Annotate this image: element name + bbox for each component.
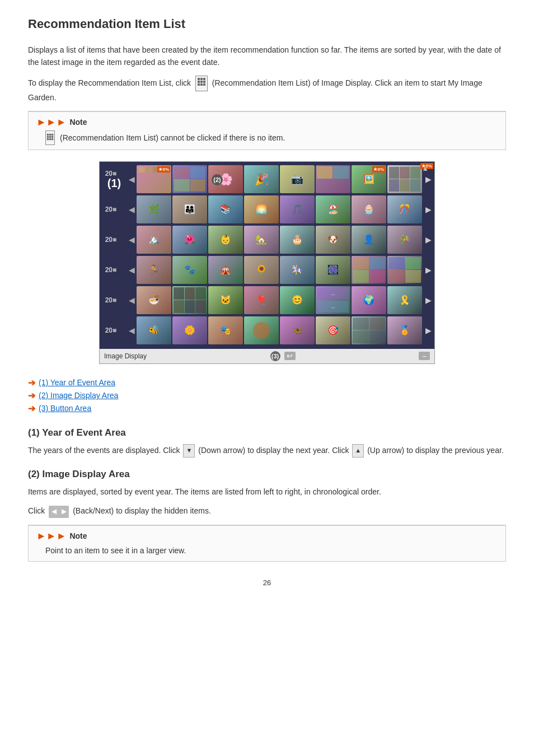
thumb-6-2[interactable]: 🌼 <box>172 316 207 344</box>
thumb-1-3[interactable]: 🌸 <box>208 165 243 193</box>
thumb-2-6[interactable]: 🏖️ <box>316 195 350 223</box>
thumb-6-7[interactable] <box>352 316 386 344</box>
left-arrow-1[interactable]: ◀ <box>128 175 135 184</box>
thumb-3-8[interactable]: 🎋 <box>387 226 422 254</box>
thumb-4-1[interactable]: 🏃 <box>137 256 171 284</box>
section2-mid: (Back/Next) to display the hidden items. <box>73 506 211 515</box>
thumb-3-6[interactable]: 🐶 <box>316 226 350 254</box>
right-arrow-1[interactable]: ▶ <box>424 175 432 184</box>
thumb-6-1[interactable]: 🐝 <box>137 316 171 344</box>
right-arrow-4[interactable]: ▶ <box>424 265 432 274</box>
left-arrow-4[interactable]: ◀ <box>128 265 135 274</box>
thumb-1-7[interactable]: ★0% 🖼️ <box>352 165 386 193</box>
section1-text: The years of the events are displayed. C… <box>28 444 506 458</box>
thumb-6-4[interactable] <box>244 316 279 344</box>
thumb-1-4[interactable]: 🎉 <box>244 165 279 193</box>
thumb-6-8[interactable]: 🏅 <box>387 316 422 344</box>
image-row-6: 20■ ◀ 🐝 🌼 🎭 🦋 ★0% 🎯 <box>102 316 432 344</box>
image-row-5: 20■ ◀ 🍜 🐱 🎈 😊 <box>102 286 432 314</box>
undo-button[interactable]: ↩ <box>284 352 296 360</box>
thumb-1-2[interactable] <box>172 165 207 193</box>
nav-link-image-display[interactable]: (2) Image Display Area <box>39 391 118 400</box>
section1-up: (Up arrow) to display the previous year. <box>367 446 504 455</box>
note-1-item: (Recommendation Item List) cannot be cli… <box>45 130 498 145</box>
thumb-2-8[interactable]: 🎊 <box>387 195 422 223</box>
thumb-4-8[interactable] <box>387 256 422 284</box>
thumb-5-4[interactable]: 🎈 <box>244 286 279 314</box>
zoom-out-button[interactable]: − <box>419 352 430 360</box>
thumb-row-5: 🍜 🐱 🎈 😊 ... <box>137 286 423 314</box>
left-arrow-5[interactable]: ◀ <box>128 296 135 305</box>
thumb-4-2[interactable]: 🐾 <box>172 256 207 284</box>
thumb-5-6[interactable]: ... ... <box>316 286 350 314</box>
year-label-2: 20■ <box>102 201 120 218</box>
up-arrow-icon: ▲ <box>352 444 364 458</box>
thumb-1-5[interactable]: 📷 <box>280 165 315 193</box>
thumb-2-2[interactable]: 👨‍👩‍👧 <box>172 195 207 223</box>
svg-rect-12 <box>47 136 49 137</box>
nav-link-2[interactable]: ➔ (2) Image Display Area <box>28 390 506 401</box>
grid-icon <box>195 76 208 91</box>
left-arrow-3[interactable]: ◀ <box>128 235 135 244</box>
thumb-6-3[interactable]: 🎭 <box>208 316 243 344</box>
screenshot-container: ▲ 20■ (1) ◀ ★0% <box>99 161 435 364</box>
right-arrow-5[interactable]: ▶ <box>424 296 432 305</box>
image-display-label: Image Display <box>104 352 147 360</box>
thumb-5-8[interactable]: 🎗️ <box>387 286 422 314</box>
thumb-3-7[interactable]: 👤 <box>352 226 386 254</box>
thumb-5-2[interactable] <box>172 286 207 314</box>
thumb-5-3[interactable]: 🐱 <box>208 286 243 314</box>
thumb-6-6[interactable]: ★0% 🎯 <box>316 316 350 344</box>
next-icon: ▶ <box>59 506 69 518</box>
left-arrow-2[interactable]: ◀ <box>128 205 135 214</box>
thumb-6-5[interactable]: 🦋 <box>280 316 315 344</box>
svg-rect-15 <box>47 138 49 140</box>
thumb-row-3: 🏔️ 🌺 👶 🏡 🎂 🐶 👤 🎋 <box>137 226 423 254</box>
thumb-4-4[interactable]: 🌻 <box>244 256 279 284</box>
left-arrow-6[interactable]: ◀ <box>128 326 135 335</box>
thumb-1-8[interactable] <box>387 165 422 193</box>
section1-pre: The years of the events are displayed. C… <box>28 446 180 455</box>
thumb-2-5[interactable]: 🎵 <box>280 195 315 223</box>
thumb-3-5[interactable]: 🎂 <box>280 226 315 254</box>
nav-link-button-area[interactable]: (3) Button Area <box>39 404 91 413</box>
note-arrow-icon: ►►► <box>36 116 66 128</box>
down-arrow-icon: ▼ <box>183 444 195 458</box>
page-number: 26 <box>28 578 506 587</box>
nav-link-year-of-event[interactable]: (1) Year of Event Area <box>39 378 115 387</box>
right-arrow-6[interactable]: ▶ <box>424 326 432 335</box>
thumb-4-3[interactable]: 🎪 <box>208 256 243 284</box>
thumb-3-3[interactable]: 👶 <box>208 226 243 254</box>
thumb-row-1: ★0% 🌸 <box>137 165 423 193</box>
thumb-4-5[interactable]: 🎠 <box>280 256 315 284</box>
thumb-1-1[interactable]: ★0% <box>137 165 171 193</box>
section2-text1: Items are displayed, sorted by event yea… <box>28 486 506 498</box>
intro2-pre: To display the Recommendation Item List,… <box>28 78 191 87</box>
thumb-2-7[interactable]: 🧁 <box>352 195 386 223</box>
thumb-5-5[interactable]: 😊 <box>280 286 315 314</box>
nav-link-3[interactable]: ➔ (3) Button Area <box>28 403 506 414</box>
bottom-center: (3) ↩ <box>270 351 296 361</box>
thumb-5-1[interactable]: 🍜 <box>137 286 171 314</box>
right-arrow-2[interactable]: ▶ <box>424 205 432 214</box>
svg-rect-11 <box>51 133 53 135</box>
right-arrow-3[interactable]: ▶ <box>424 235 432 244</box>
nav-link-1[interactable]: ➔ (1) Year of Event Area <box>28 377 506 388</box>
thumb-2-1[interactable]: 🌿 <box>137 195 171 223</box>
thumb-2-4[interactable]: 🌅 <box>244 195 279 223</box>
callout-3: (3) <box>270 351 280 361</box>
svg-rect-10 <box>49 133 51 135</box>
thumb-3-2[interactable]: 🌺 <box>172 226 207 254</box>
scroll-up-arrow[interactable]: ▲ <box>421 164 429 172</box>
svg-rect-13 <box>49 136 51 137</box>
thumb-2-3[interactable]: 📚 <box>208 195 243 223</box>
thumb-4-6[interactable]: 🎆 <box>316 256 350 284</box>
screenshot-bottom-bar: Image Display (3) ↩ − <box>100 349 434 363</box>
image-row-1: 20■ (1) ◀ ★0% <box>102 165 432 193</box>
thumb-5-7[interactable]: 🌍 <box>352 286 386 314</box>
thumb-4-7[interactable] <box>352 256 386 284</box>
thumb-1-6[interactable] <box>316 165 350 193</box>
thumb-3-4[interactable]: 🏡 <box>244 226 279 254</box>
note-2-text: Point to an item to see it in a larger v… <box>45 544 186 557</box>
thumb-3-1[interactable]: 🏔️ <box>137 226 171 254</box>
